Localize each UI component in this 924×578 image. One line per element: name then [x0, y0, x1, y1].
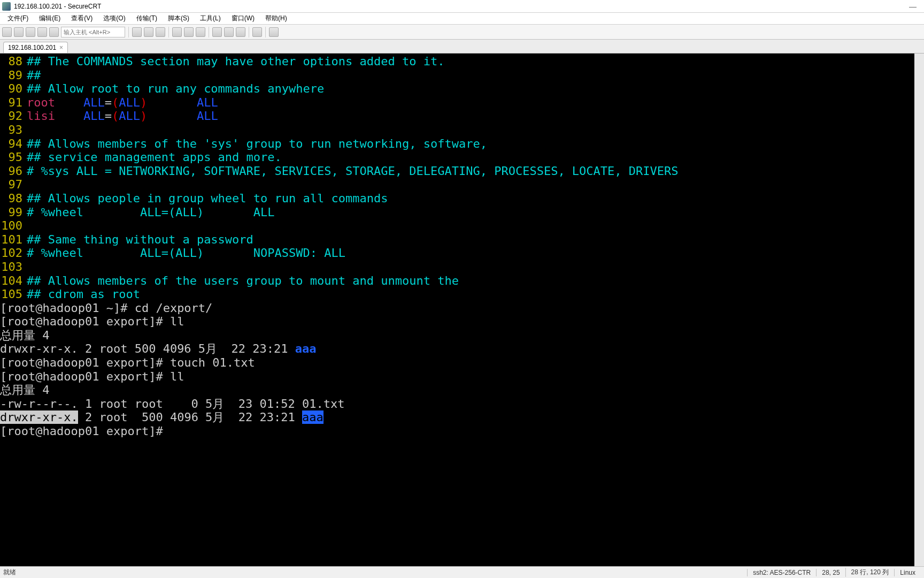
separator	[265, 27, 266, 37]
separator	[249, 27, 249, 37]
menu-edit[interactable]: 编辑(E)	[34, 13, 66, 24]
status-size: 28 行, 120 列	[845, 568, 895, 577]
menu-script[interactable]: 脚本(S)	[163, 13, 195, 24]
separator	[168, 27, 169, 37]
tile-icon[interactable]	[269, 27, 279, 37]
status-cursor-pos: 28, 25	[816, 569, 845, 576]
quick-connect-icon[interactable]	[14, 27, 24, 37]
separator	[128, 27, 129, 37]
key-icon[interactable]	[236, 27, 245, 37]
status-os: Linux	[894, 569, 921, 576]
session-icon[interactable]	[49, 27, 59, 37]
tabbar: 192.168.100.201 ×	[0, 40, 924, 54]
host-input[interactable]	[61, 27, 125, 37]
paste-icon[interactable]	[144, 27, 153, 37]
print-icon[interactable]	[172, 27, 182, 37]
copy-icon[interactable]	[132, 27, 142, 37]
menu-options[interactable]: 选项(O)	[98, 13, 130, 24]
disconnect-icon[interactable]	[37, 27, 47, 37]
app-icon	[2, 2, 11, 11]
titlebar: 192.168.100.201 - SecureCRT —	[0, 0, 924, 13]
status-protocol: ssh2: AES-256-CTR	[747, 569, 816, 576]
session-tab[interactable]: 192.168.100.201 ×	[3, 42, 68, 53]
menu-file[interactable]: 文件(F)	[2, 13, 34, 24]
menu-window[interactable]: 窗口(W)	[226, 13, 260, 24]
toolbar	[0, 25, 924, 40]
printer-icon[interactable]	[196, 27, 205, 37]
print-setup-icon[interactable]	[184, 27, 194, 37]
menu-help[interactable]: 帮助(H)	[260, 13, 292, 24]
menu-tools[interactable]: 工具(L)	[195, 13, 226, 24]
status-ready: 就绪	[3, 568, 16, 577]
find-icon[interactable]	[156, 27, 165, 37]
options-icon[interactable]	[224, 27, 234, 37]
tab-label: 192.168.100.201	[8, 44, 56, 51]
connect-icon[interactable]	[2, 27, 12, 37]
close-icon[interactable]: ×	[59, 44, 63, 51]
menubar: 文件(F) 编辑(E) 查看(V) 选项(O) 传输(T) 脚本(S) 工具(L…	[0, 13, 924, 25]
help-icon[interactable]	[252, 27, 262, 37]
minimize-icon[interactable]: —	[909, 2, 917, 11]
reconnect-icon[interactable]	[26, 27, 35, 37]
window-title: 192.168.100.201 - SecureCRT	[14, 3, 101, 10]
separator	[209, 27, 209, 37]
terminal[interactable]: 88## The COMMANDS section may have other…	[0, 54, 924, 566]
statusbar: 就绪 ssh2: AES-256-CTR 28, 25 28 行, 120 列 …	[0, 566, 924, 578]
menu-view[interactable]: 查看(V)	[66, 13, 98, 24]
window-controls: —	[909, 2, 922, 11]
log-icon[interactable]	[212, 27, 222, 37]
menu-transfer[interactable]: 传输(T)	[131, 13, 163, 24]
